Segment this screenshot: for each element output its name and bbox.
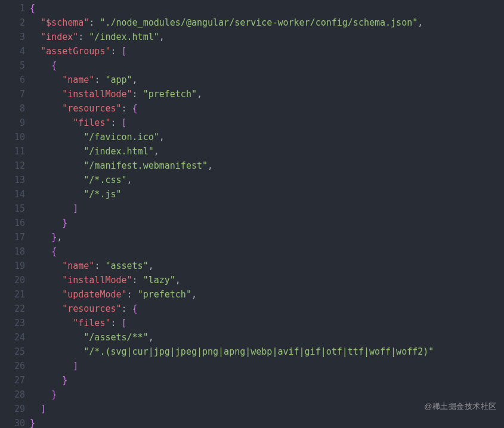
code-line: } bbox=[30, 373, 434, 387]
line-number-gutter: 1234567891011121314151617181920212223242… bbox=[0, 0, 30, 428]
code-line: "resources": { bbox=[30, 101, 434, 116]
line-number: 7 bbox=[0, 87, 25, 101]
line-number: 3 bbox=[0, 30, 25, 44]
code-line: "$schema": "./node_modules/@angular/serv… bbox=[30, 15, 434, 30]
code-line: ] bbox=[30, 402, 434, 416]
line-number: 30 bbox=[0, 416, 25, 428]
code-line: { bbox=[30, 1, 434, 15]
code-content[interactable]: { "$schema": "./node_modules/@angular/se… bbox=[30, 0, 434, 428]
line-number: 18 bbox=[0, 244, 25, 259]
code-line: ] bbox=[30, 359, 434, 373]
code-line: }, bbox=[30, 230, 434, 244]
code-line: "installMode": "prefetch", bbox=[30, 87, 434, 101]
code-line: } bbox=[30, 216, 434, 230]
code-line: "files": [ bbox=[30, 116, 434, 130]
line-number: 25 bbox=[0, 345, 25, 359]
code-line: } bbox=[30, 416, 434, 428]
code-line: "name": "app", bbox=[30, 73, 434, 87]
code-line: "/*.(svg|cur|jpg|jpeg|png|apng|webp|avif… bbox=[30, 345, 434, 359]
line-number: 24 bbox=[0, 330, 25, 345]
line-number: 19 bbox=[0, 259, 25, 273]
line-number: 4 bbox=[0, 44, 25, 58]
code-line: { bbox=[30, 244, 434, 259]
code-line: ] bbox=[30, 201, 434, 216]
code-line: "/manifest.webmanifest", bbox=[30, 159, 434, 173]
code-line: "updateMode": "prefetch", bbox=[30, 287, 434, 302]
line-number: 6 bbox=[0, 73, 25, 87]
code-line: "installMode": "lazy", bbox=[30, 273, 434, 287]
line-number: 27 bbox=[0, 373, 25, 387]
line-number: 11 bbox=[0, 144, 25, 159]
code-line: "/*.css", bbox=[30, 173, 434, 187]
line-number: 20 bbox=[0, 273, 25, 287]
code-line: "index": "/index.html", bbox=[30, 30, 434, 44]
line-number: 8 bbox=[0, 101, 25, 116]
code-line: { bbox=[30, 58, 434, 73]
line-number: 5 bbox=[0, 58, 25, 73]
code-line: "files": [ bbox=[30, 316, 434, 330]
line-number: 17 bbox=[0, 230, 25, 244]
line-number: 29 bbox=[0, 402, 25, 416]
line-number: 21 bbox=[0, 287, 25, 302]
code-line: "/favicon.ico", bbox=[30, 130, 434, 144]
line-number: 28 bbox=[0, 387, 25, 402]
code-line: "assetGroups": [ bbox=[30, 44, 434, 58]
line-number: 16 bbox=[0, 216, 25, 230]
line-number: 13 bbox=[0, 173, 25, 187]
line-number: 15 bbox=[0, 201, 25, 216]
code-line: } bbox=[30, 387, 434, 402]
line-number: 22 bbox=[0, 302, 25, 316]
code-editor: 1234567891011121314151617181920212223242… bbox=[0, 0, 504, 428]
line-number: 14 bbox=[0, 187, 25, 201]
code-line: "resources": { bbox=[30, 302, 434, 316]
line-number: 23 bbox=[0, 316, 25, 330]
code-line: "name": "assets", bbox=[30, 259, 434, 273]
code-line: "/index.html", bbox=[30, 144, 434, 159]
line-number: 12 bbox=[0, 159, 25, 173]
line-number: 2 bbox=[0, 15, 25, 30]
code-line: "/assets/**", bbox=[30, 330, 434, 345]
code-line: "/*.js" bbox=[30, 187, 434, 201]
line-number: 1 bbox=[0, 1, 25, 15]
line-number: 9 bbox=[0, 116, 25, 130]
line-number: 10 bbox=[0, 130, 25, 144]
line-number: 26 bbox=[0, 359, 25, 373]
